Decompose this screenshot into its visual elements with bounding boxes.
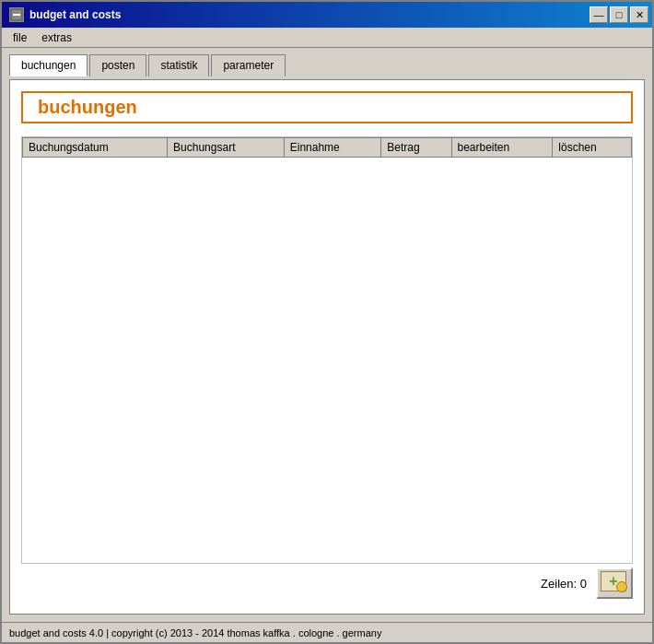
section-title: buchungen bbox=[21, 91, 633, 123]
menu-item-file[interactable]: file bbox=[6, 29, 34, 46]
add-entry-button[interactable] bbox=[596, 568, 633, 599]
window-controls: — □ ✕ bbox=[590, 6, 648, 23]
title-bar-left: budget and costs bbox=[9, 7, 121, 22]
app-icon bbox=[9, 7, 24, 22]
tab-posten[interactable]: posten bbox=[89, 54, 146, 76]
status-text: budget and costs 4.0 | copyright (c) 201… bbox=[9, 627, 381, 638]
table-wrapper: Buchungsdatum Buchungsart Einnahme Betra… bbox=[21, 136, 633, 564]
minimize-button[interactable]: — bbox=[590, 6, 608, 23]
tab-statistik[interactable]: statistik bbox=[148, 54, 209, 76]
data-table: Buchungsdatum Buchungsart Einnahme Betra… bbox=[22, 137, 632, 158]
maximize-button[interactable]: □ bbox=[610, 6, 628, 23]
add-icon bbox=[601, 571, 628, 595]
tab-parameter[interactable]: parameter bbox=[211, 54, 286, 76]
tabs-row: buchungen posten statistik parameter bbox=[2, 48, 652, 76]
zeilen-count: 0 bbox=[580, 577, 587, 591]
zeilen-label: Zeilen: 0 bbox=[541, 577, 587, 591]
window-title: budget and costs bbox=[29, 8, 121, 21]
main-window: budget and costs — □ ✕ file extras buchu… bbox=[0, 0, 654, 644]
col-header-buchungsart: Buchungsart bbox=[168, 138, 285, 158]
close-button[interactable]: ✕ bbox=[630, 6, 648, 23]
tab-buchungen[interactable]: buchungen bbox=[9, 54, 88, 76]
col-header-betrag: Betrag bbox=[381, 138, 451, 158]
add-icon-inner bbox=[601, 571, 626, 591]
status-bar: budget and costs 4.0 | copyright (c) 201… bbox=[2, 622, 652, 642]
main-content: buchungen Buchungsdatum Buchungsart Einn… bbox=[2, 76, 652, 622]
title-bar: budget and costs — □ ✕ bbox=[2, 2, 652, 28]
bottom-bar: Zeilen: 0 bbox=[21, 564, 633, 603]
col-header-bearbeiten: bearbeiten bbox=[451, 138, 553, 158]
col-header-loschen: löschen bbox=[553, 138, 632, 158]
tab-content-buchungen: buchungen Buchungsdatum Buchungsart Einn… bbox=[9, 79, 645, 615]
col-header-einnahme: Einnahme bbox=[284, 138, 381, 158]
menu-item-extras[interactable]: extras bbox=[34, 29, 79, 46]
table-header-row: Buchungsdatum Buchungsart Einnahme Betra… bbox=[23, 138, 632, 158]
col-header-buchungsdatum: Buchungsdatum bbox=[23, 138, 168, 158]
menu-bar: file extras bbox=[2, 28, 652, 48]
